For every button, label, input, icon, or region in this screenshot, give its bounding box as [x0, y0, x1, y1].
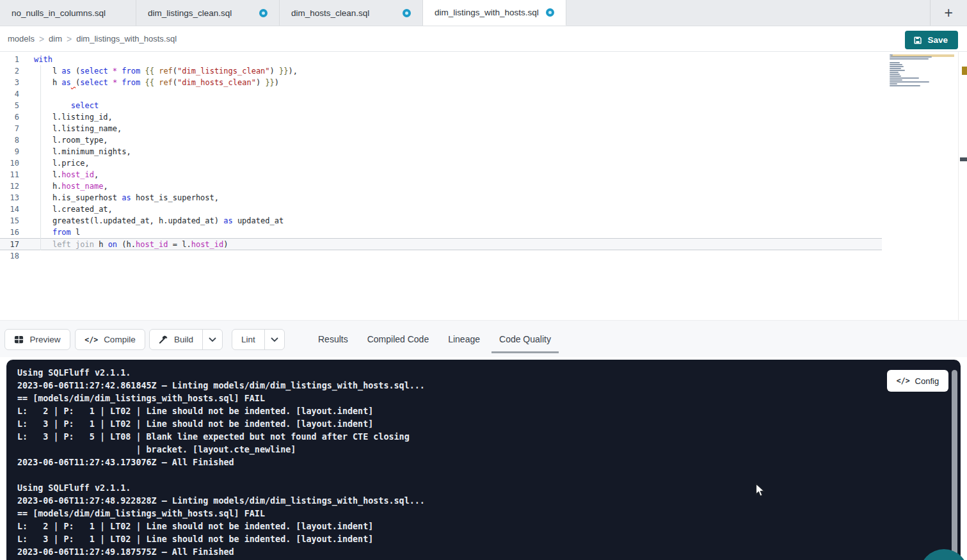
code-line: 10 l.price,	[0, 157, 882, 169]
code-text: h.is_superhost as host_is_superhost,	[34, 192, 219, 204]
terminal-line: == [models/dim/dim_listings_with_hosts.s…	[17, 508, 425, 520]
chevron-down-icon	[271, 337, 278, 342]
lint-output-terminal: Using SQLFluff v2.1.1.2023-06-06T11:27:4…	[6, 360, 961, 560]
line-number: 18	[0, 252, 19, 260]
file-tab[interactable]: dim_hosts_clean.sql	[280, 0, 423, 26]
code-line: 15 greatest(l.updated_at, h.updated_at) …	[0, 215, 882, 227]
terminal-line: 2023-06-06T11:27:43.173076Z — All Finish…	[17, 456, 425, 469]
code-text: l as (select * from {{ ref("dim_listings…	[34, 65, 298, 77]
code-brackets-icon: </>	[897, 376, 910, 385]
panel-tab-code-quality[interactable]: Code Quality	[499, 334, 551, 344]
line-number: 4	[0, 90, 19, 99]
minimap[interactable]	[890, 54, 936, 89]
terminal-line: L: 3 | P: 5 | LT08 | Blank line expected…	[17, 431, 425, 444]
code-line: 9 l.minimum_nights,	[0, 146, 882, 157]
terminal-line: | bracket. [layout.cte_newline]	[17, 444, 425, 456]
code-line: 17 left join h on (h.host_id = l.host_id…	[0, 238, 882, 250]
code-line: 14 l.created_at,	[0, 204, 882, 215]
table-preview-icon	[14, 335, 24, 344]
code-text: l.listing_id,	[34, 111, 113, 123]
unsaved-changes-icon	[546, 8, 554, 17]
tab-bar: no_nulls_in_columns.sqldim_listings_clea…	[0, 0, 967, 26]
lint-dropdown-toggle[interactable]	[264, 330, 284, 349]
panel-tab-compiled-code[interactable]: Compiled Code	[367, 334, 429, 344]
action-toolbar: Preview </> Compile Build Lint Resu	[0, 320, 967, 357]
line-number: 1	[0, 55, 19, 64]
terminal-line: L: 3 | P: 1 | LT02 | Line should not be …	[17, 418, 425, 431]
code-line: 6 l.listing_id,	[0, 111, 882, 123]
cursor-position-marker	[960, 157, 967, 161]
terminal-line: Using SQLFluff v2.1.1.	[17, 367, 425, 380]
terminal-line: == [models/dim/dim_listings_with_hosts.s…	[17, 392, 425, 405]
compile-label: Compile	[104, 335, 136, 344]
lint-label: Lint	[241, 335, 255, 344]
panel-tab-lineage[interactable]: Lineage	[448, 334, 480, 344]
code-brackets-icon: </>	[84, 335, 98, 344]
code-editor[interactable]: 1with2 l as (select * from {{ ref("dim_l…	[0, 52, 958, 320]
build-button[interactable]: Build	[150, 330, 202, 349]
panel-tab-results[interactable]: Results	[318, 334, 348, 344]
tabbar-right-controls: +	[930, 0, 967, 26]
code-text: l.listing_name,	[34, 123, 122, 134]
code-line: 1with	[0, 54, 882, 65]
preview-button[interactable]: Preview	[4, 329, 70, 350]
terminal-line: L: 2 | P: 1 | LT02 | Line should not be …	[17, 520, 425, 533]
code-text: with	[34, 54, 52, 65]
build-label: Build	[174, 335, 193, 344]
line-number: 8	[0, 136, 19, 145]
build-dropdown-toggle[interactable]	[202, 330, 222, 349]
file-tab[interactable]: no_nulls_in_columns.sql	[0, 0, 136, 26]
file-tab[interactable]: dim_listings_with_hosts.sql	[423, 0, 566, 26]
compile-button[interactable]: </> Compile	[75, 329, 145, 350]
breadcrumb-bar: models>dim>dim_listings_with_hosts.sql S…	[0, 26, 967, 52]
config-button[interactable]: </> Config	[887, 370, 948, 392]
code-line: 18	[0, 250, 882, 262]
line-number: 17	[0, 240, 19, 249]
code-line: 4	[0, 88, 882, 100]
result-panel-tabs: ResultsCompiled CodeLineageCode Quality	[318, 321, 551, 358]
overview-ruler	[958, 52, 959, 320]
breadcrumb-separator-icon: >	[39, 34, 44, 44]
code-line: 16 from l	[0, 227, 882, 238]
warning-marker	[962, 67, 967, 75]
save-button[interactable]: Save	[905, 31, 958, 49]
code-text: h as (select * from {{ ref("dim_hosts_cl…	[34, 77, 279, 88]
terminal-line	[17, 469, 425, 482]
terminal-line: 2023-06-06T11:27:42.861845Z — Linting mo…	[17, 380, 425, 392]
tab-label: dim_listings_with_hosts.sql	[435, 8, 539, 17]
unsaved-changes-icon	[259, 9, 268, 17]
breadcrumb-segment[interactable]: models	[8, 34, 35, 44]
new-tab-button[interactable]: +	[945, 6, 953, 20]
line-number: 13	[0, 193, 19, 202]
line-number: 2	[0, 67, 19, 76]
terminal-scrollbar[interactable]	[952, 370, 957, 560]
code-line: 13 h.is_superhost as host_is_superhost,	[0, 192, 882, 204]
line-number: 16	[0, 228, 19, 237]
tab-label: no_nulls_in_columns.sql	[12, 8, 106, 18]
code-text: l.minimum_nights,	[34, 146, 131, 157]
line-number: 3	[0, 78, 19, 87]
breadcrumb-segment[interactable]: dim_listings_with_hosts.sql	[76, 34, 177, 44]
lint-button[interactable]: Lint	[232, 330, 264, 349]
build-split-button: Build	[149, 329, 223, 350]
code-text: select	[34, 100, 99, 111]
unsaved-changes-icon	[403, 9, 411, 17]
tab-label: dim_hosts_clean.sql	[291, 8, 369, 18]
line-number: 11	[0, 170, 19, 179]
indent-guide	[40, 65, 41, 250]
breadcrumb: models>dim>dim_listings_with_hosts.sql	[8, 34, 177, 44]
code-line: 2 l as (select * from {{ ref("dim_listin…	[0, 65, 882, 77]
file-tab[interactable]: dim_listings_clean.sql	[136, 0, 280, 26]
preview-label: Preview	[29, 335, 60, 344]
code-line: 12 h.host_name,	[0, 180, 882, 192]
terminal-line: Using SQLFluff v2.1.1.	[17, 482, 425, 495]
code-line: 5 select	[0, 100, 882, 111]
chevron-down-icon	[209, 337, 216, 342]
line-number: 15	[0, 216, 19, 225]
terminal-line: L: 2 | P: 1 | LT02 | Line should not be …	[17, 405, 425, 418]
breadcrumb-segment[interactable]: dim	[49, 34, 62, 44]
code-line: 11 l.host_id,	[0, 169, 882, 180]
code-text: l.price,	[34, 157, 90, 169]
breadcrumb-separator-icon: >	[67, 34, 72, 44]
code-text: l.created_at,	[34, 204, 113, 215]
